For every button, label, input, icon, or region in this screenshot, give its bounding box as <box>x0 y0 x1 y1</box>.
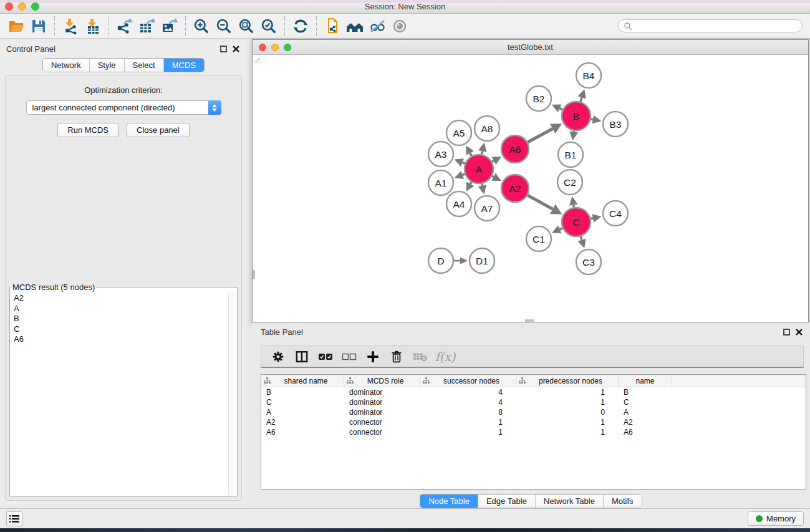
edge-C-C1[interactable] <box>560 228 562 230</box>
new-network-from-selection-button[interactable] <box>321 16 344 37</box>
tab-mcds[interactable]: MCDS <box>163 59 204 72</box>
graph-node-A6[interactable]: A6 <box>501 135 529 163</box>
graph-node-C3[interactable]: C3 <box>576 249 601 274</box>
edge-C-C4[interactable] <box>591 218 592 219</box>
edge-A6-B[interactable] <box>528 128 552 142</box>
table-row[interactable]: A6connector11A6 <box>261 427 806 437</box>
mcds-result-item[interactable]: C <box>11 324 228 335</box>
network-minimize-button[interactable] <box>271 44 279 51</box>
graph-node-A2[interactable]: A2 <box>501 175 529 202</box>
save-session-button[interactable] <box>27 16 50 37</box>
resize-grip-icon[interactable] <box>253 56 261 64</box>
network-canvas[interactable]: B4B2BB3A8A5A6A3B1AA1C2A2A4A7C4CC1DD1C3 <box>253 56 808 322</box>
edge-A-A7[interactable] <box>482 184 483 186</box>
zoom-in-button[interactable] <box>190 16 213 37</box>
zoom-window-button[interactable] <box>31 2 39 11</box>
table-tab-network-table[interactable]: Network Table <box>535 495 603 508</box>
table-tab-motifs[interactable]: Motifs <box>603 495 642 508</box>
graph-node-C1[interactable]: C1 <box>526 226 551 251</box>
mcds-result-item[interactable]: A2 <box>11 293 228 304</box>
minimize-window-button[interactable] <box>18 2 26 11</box>
close-panel-icon[interactable] <box>233 46 239 52</box>
criterion-dropdown[interactable]: largest connected component (directed) <box>26 100 221 115</box>
run-mcds-button[interactable]: Run MCDS <box>57 123 118 137</box>
zoom-out-button[interactable] <box>213 16 235 37</box>
table-settings-button[interactable] <box>268 347 289 366</box>
edge-B-B3[interactable] <box>591 119 593 120</box>
graph-node-A[interactable]: A <box>465 155 493 183</box>
graph-node-A1[interactable]: A1 <box>428 170 453 195</box>
show-task-history-button[interactable] <box>6 511 22 526</box>
graph-node-A5[interactable]: A5 <box>446 120 471 145</box>
edge-A-A8[interactable] <box>482 151 483 154</box>
edge-C-C2[interactable] <box>574 205 574 208</box>
export-table-button[interactable] <box>136 16 158 37</box>
zoom-fit-button[interactable] <box>235 16 258 37</box>
graph-node-A7[interactable]: A7 <box>475 196 499 221</box>
edge-C-C3[interactable] <box>581 236 582 240</box>
import-network-button[interactable] <box>59 16 82 37</box>
graph-node-D1[interactable]: D1 <box>470 248 494 273</box>
graph-node-C2[interactable]: C2 <box>557 170 582 195</box>
graph-node-B[interactable]: B <box>562 102 591 130</box>
show-hidden-button[interactable] <box>388 16 411 37</box>
table-tab-edge-table[interactable]: Edge Table <box>478 495 535 508</box>
table-tab-node-table[interactable]: Node Table <box>420 495 478 508</box>
edge-A-A5[interactable] <box>470 153 472 156</box>
hide-all-columns-button[interactable] <box>339 347 360 366</box>
column-header-predecessor-nodes[interactable]: predecessor nodes <box>516 375 619 387</box>
column-header-shared-name[interactable]: shared name <box>261 375 344 387</box>
memory-button[interactable]: Memory <box>748 511 804 526</box>
edge-A-A3[interactable] <box>462 163 465 164</box>
function-builder-button[interactable]: f(x) <box>433 347 455 366</box>
mcds-result-item[interactable]: A6 <box>11 334 228 345</box>
float-panel-icon[interactable] <box>783 329 790 336</box>
graph-node-B1[interactable]: B1 <box>558 142 583 167</box>
graph-node-B2[interactable]: B2 <box>526 86 551 111</box>
graph-node-B4[interactable]: B4 <box>576 63 601 88</box>
mcds-result-item[interactable]: A <box>11 304 228 314</box>
close-window-button[interactable] <box>5 2 13 11</box>
edge-B-B4[interactable] <box>581 97 582 102</box>
table-row[interactable]: Cdominator41C <box>261 397 806 407</box>
mcds-result-list[interactable]: A2ABCA6 <box>11 293 228 495</box>
graph-node-C[interactable]: C <box>562 208 591 236</box>
network-zoom-button[interactable] <box>284 44 291 51</box>
close-panel-icon[interactable] <box>796 329 803 336</box>
export-network-button[interactable] <box>113 16 136 37</box>
network-close-button[interactable] <box>259 44 266 51</box>
table-row[interactable]: A2connector11A2 <box>261 417 806 427</box>
tab-style[interactable]: Style <box>89 59 124 72</box>
delete-columns-button[interactable] <box>386 347 407 366</box>
graph-node-A8[interactable]: A8 <box>475 116 499 141</box>
hide-selected-button[interactable] <box>366 16 388 37</box>
column-header-MCDS-role[interactable]: MCDS role <box>344 375 420 387</box>
edge-A2-C[interactable] <box>528 195 552 209</box>
refresh-button[interactable] <box>289 16 312 37</box>
mcds-result-item[interactable]: B <box>11 314 228 324</box>
column-header-successor-nodes[interactable]: successor nodes <box>420 375 516 387</box>
split-panel-button[interactable] <box>291 347 312 366</box>
edge-A-A1[interactable] <box>463 174 465 175</box>
first-neighbors-button[interactable] <box>344 16 366 37</box>
float-panel-icon[interactable] <box>220 46 227 52</box>
graph-node-A4[interactable]: A4 <box>446 191 471 216</box>
tab-network[interactable]: Network <box>43 59 89 72</box>
graph-node-B3[interactable]: B3 <box>603 112 628 137</box>
open-session-button[interactable] <box>5 16 27 37</box>
graph-node-D[interactable]: D <box>428 248 453 273</box>
show-all-columns-button[interactable] <box>315 347 336 366</box>
edge-A-A4[interactable] <box>470 182 471 184</box>
import-table-button[interactable] <box>82 16 104 37</box>
result-scrollbar[interactable] <box>228 293 236 495</box>
add-column-button[interactable] <box>362 347 383 366</box>
close-panel-button[interactable]: Close panel <box>127 123 190 137</box>
vertical-scrollbar-handle[interactable] <box>253 270 255 279</box>
edge-A-A2[interactable] <box>492 176 493 177</box>
graph-node-A3[interactable]: A3 <box>428 142 453 167</box>
horizontal-scrollbar-handle[interactable] <box>525 319 534 322</box>
search-input[interactable] <box>618 19 803 32</box>
tab-select[interactable]: Select <box>124 59 163 72</box>
edge-A-A6[interactable] <box>492 161 494 162</box>
table-row[interactable]: Bdominator41B <box>261 387 806 397</box>
